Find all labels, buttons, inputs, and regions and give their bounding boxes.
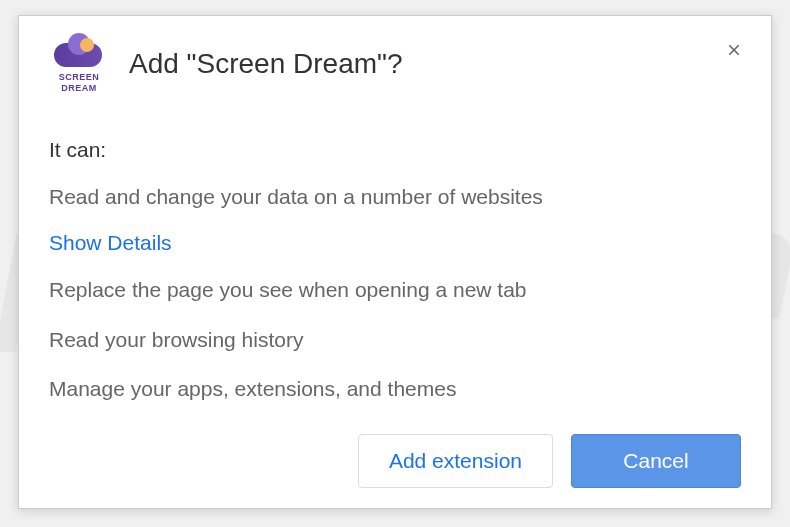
add-extension-button[interactable]: Add extension bbox=[358, 434, 553, 488]
close-button[interactable] bbox=[722, 38, 746, 62]
extension-install-dialog: SCREEN DREAM Add "Screen Dream"? It can:… bbox=[18, 15, 772, 509]
permission-item: Read and change your data on a number of… bbox=[49, 182, 741, 211]
brand-text-line1: SCREEN bbox=[59, 73, 100, 82]
it-can-label: It can: bbox=[49, 138, 741, 162]
permission-item: Manage your apps, extensions, and themes bbox=[49, 374, 741, 403]
close-icon bbox=[725, 41, 743, 59]
brand-text-line2: DREAM bbox=[61, 84, 97, 93]
dialog-header: SCREEN DREAM Add "Screen Dream"? bbox=[49, 38, 741, 98]
show-details-link[interactable]: Show Details bbox=[49, 231, 172, 255]
cloud-logo-icon bbox=[54, 43, 104, 71]
cancel-button[interactable]: Cancel bbox=[571, 434, 741, 488]
dialog-title: Add "Screen Dream"? bbox=[129, 38, 403, 80]
permission-item: Read your browsing history bbox=[49, 325, 741, 354]
permission-item: Replace the page you see when opening a … bbox=[49, 275, 741, 304]
dialog-footer: Add extension Cancel bbox=[49, 424, 741, 488]
extension-icon: SCREEN DREAM bbox=[49, 38, 109, 98]
permissions-section: It can: Read and change your data on a n… bbox=[49, 138, 741, 424]
